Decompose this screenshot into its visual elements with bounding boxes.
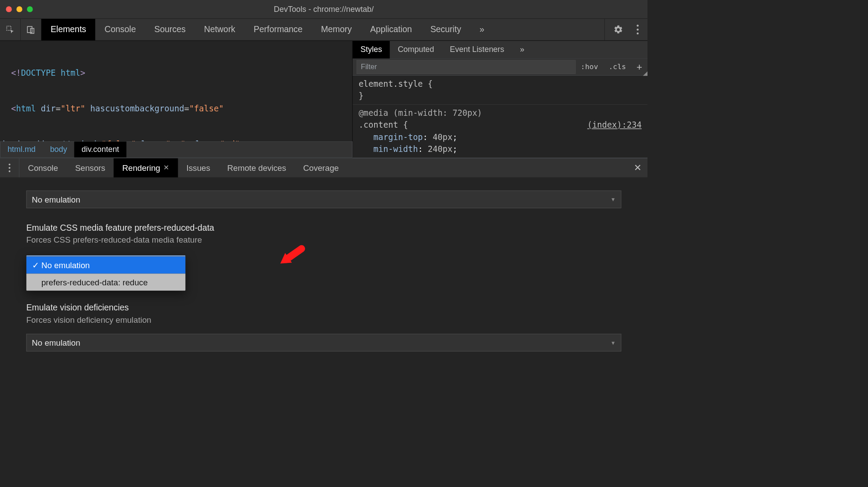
crumb-content[interactable]: div.content bbox=[74, 142, 126, 158]
tab-application[interactable]: Application bbox=[361, 19, 421, 41]
emulation-select-1[interactable]: No emulation ▼ bbox=[26, 191, 622, 208]
tab-console[interactable]: Console bbox=[96, 19, 145, 41]
styles-tab-computed[interactable]: Computed bbox=[390, 41, 442, 59]
resize-handle-icon[interactable] bbox=[643, 71, 647, 76]
tabs-overflow-icon[interactable]: » bbox=[471, 19, 494, 41]
vision-select[interactable]: No emulation ▼ bbox=[26, 334, 622, 351]
dropdown-option-reduce[interactable]: prefers-reduced-data: reduce bbox=[26, 274, 186, 291]
svg-point-3 bbox=[636, 25, 638, 26]
drawer-tab-strip: Console Sensors Rendering✕ Issues Remote… bbox=[0, 158, 647, 177]
svg-point-8 bbox=[9, 170, 11, 172]
rendering-panel: No emulation ▼ Emulate CSS media feature… bbox=[0, 177, 647, 363]
section-title-vision: Emulate vision deficiencies bbox=[26, 303, 622, 313]
hov-toggle[interactable]: :hov bbox=[575, 63, 603, 71]
reduced-data-dropdown[interactable]: ✓ No emulation prefers-reduced-data: red… bbox=[26, 255, 186, 291]
svg-rect-1 bbox=[27, 26, 32, 33]
drawer-tab-sensors[interactable]: Sensors bbox=[66, 159, 114, 177]
kebab-menu-icon[interactable] bbox=[636, 25, 639, 34]
close-drawer-icon[interactable]: ✕ bbox=[628, 159, 647, 177]
tab-performance[interactable]: Performance bbox=[244, 19, 312, 41]
drawer-tab-rendering[interactable]: Rendering✕ bbox=[114, 159, 178, 177]
drawer-tab-remote[interactable]: Remote devices bbox=[219, 159, 295, 177]
style-rules[interactable]: element.style { } @media (min-width: 720… bbox=[353, 75, 647, 158]
styles-panel: Styles Computed Event Listeners » Filter… bbox=[353, 41, 647, 158]
title-bar: DevTools - chrome://newtab/ bbox=[0, 0, 647, 19]
inspect-element-icon[interactable] bbox=[0, 19, 21, 41]
drawer-tab-issues[interactable]: Issues bbox=[178, 159, 219, 177]
styles-tab-listeners[interactable]: Event Listeners bbox=[442, 41, 512, 59]
tab-memory[interactable]: Memory bbox=[312, 19, 361, 41]
crumb-html[interactable]: html.md bbox=[0, 142, 43, 158]
styles-tab-styles[interactable]: Styles bbox=[353, 41, 390, 59]
drawer-tab-console[interactable]: Console bbox=[19, 159, 66, 177]
filter-input[interactable]: Filter bbox=[357, 60, 575, 74]
dropdown-option-no-emulation[interactable]: ✓ No emulation bbox=[26, 257, 186, 274]
cls-toggle[interactable]: .cls bbox=[603, 63, 631, 71]
device-toolbar-icon[interactable] bbox=[21, 19, 41, 41]
breadcrumb: html.md body div.content bbox=[0, 141, 352, 158]
tab-sources[interactable]: Sources bbox=[145, 19, 195, 41]
dom-tree[interactable]: <!DOCTYPE html> <html dir="ltr" hascusto… bbox=[0, 41, 352, 158]
styles-tabs-overflow-icon[interactable]: » bbox=[512, 41, 532, 59]
main-tab-strip: Elements Console Sources Network Perform… bbox=[0, 19, 647, 41]
settings-icon[interactable] bbox=[614, 25, 623, 34]
svg-point-7 bbox=[9, 167, 11, 169]
source-link[interactable]: (index):234 bbox=[587, 119, 642, 131]
section-desc-reduced-data: Forces CSS prefers-reduced-data media fe… bbox=[26, 235, 622, 245]
close-tab-icon[interactable]: ✕ bbox=[163, 163, 169, 172]
drawer-kebab-icon[interactable] bbox=[0, 159, 19, 177]
drawer-tab-coverage[interactable]: Coverage bbox=[294, 159, 347, 177]
tab-network[interactable]: Network bbox=[195, 19, 245, 41]
crumb-body[interactable]: body bbox=[43, 142, 74, 158]
tab-elements[interactable]: Elements bbox=[41, 19, 96, 41]
chevron-down-icon: ▼ bbox=[611, 339, 616, 346]
elements-panel: <!DOCTYPE html> <html dir="ltr" hascusto… bbox=[0, 41, 353, 158]
window-title: DevTools - chrome://newtab/ bbox=[0, 4, 647, 14]
annotation-arrow-icon bbox=[276, 241, 306, 271]
svg-point-5 bbox=[636, 33, 638, 34]
chevron-down-icon: ▼ bbox=[611, 196, 616, 203]
section-desc-vision: Forces vision deficiency emulation bbox=[26, 315, 622, 325]
svg-point-6 bbox=[9, 164, 11, 166]
check-icon: ✓ bbox=[32, 260, 39, 270]
section-title-reduced-data: Emulate CSS media feature prefers-reduce… bbox=[26, 223, 622, 233]
svg-point-4 bbox=[636, 29, 638, 30]
svg-rect-0 bbox=[7, 26, 11, 30]
tab-security[interactable]: Security bbox=[421, 19, 471, 41]
